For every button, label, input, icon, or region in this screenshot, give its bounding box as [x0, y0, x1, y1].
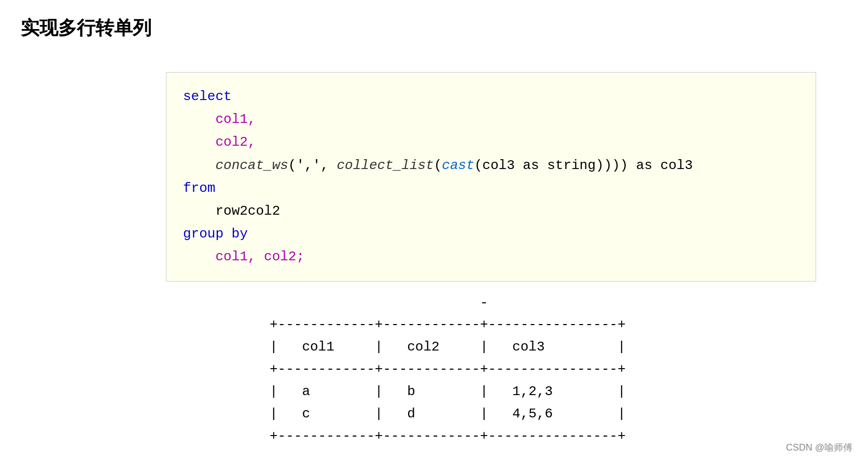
cast-func: cast	[442, 158, 474, 173]
code-line-4: concat_ws(',', collect_list(cast(col3 as…	[183, 154, 799, 177]
code-line-2: col1,	[183, 108, 799, 131]
code-line-6: row2col2	[183, 200, 799, 222]
result-line-7: +------------+------------+-------------…	[270, 425, 847, 447]
keyword-groupby: group by	[183, 226, 248, 242]
groupby-cols: col1, col2;	[215, 249, 304, 264]
code-line-8: col1, col2;	[183, 245, 799, 268]
collect-list-func: collect_list	[337, 158, 433, 173]
result-line-4: +------------+------------+-------------…	[270, 358, 847, 381]
table-name: row2col2	[215, 203, 280, 219]
result-table: - +------------+------------+-----------…	[270, 292, 847, 447]
result-line-2: +------------+------------+-------------…	[270, 314, 847, 336]
code-line-1: select	[183, 85, 799, 108]
col1-text: col1,	[215, 111, 256, 127]
watermark: CSDN @喻师傅	[786, 441, 852, 454]
code-block: select col1, col2, concat_ws(',', collec…	[166, 72, 816, 282]
code-line-7: group by	[183, 222, 799, 245]
code-line-5: from	[183, 177, 799, 200]
page-title: 实现多行转单列	[21, 16, 847, 41]
result-line-3: | col1 | col2 | col3 |	[270, 336, 847, 358]
result-line-6: | c | d | 4,5,6 |	[270, 403, 847, 425]
result-line-5: | a | b | 1,2,3 |	[270, 381, 847, 403]
concat-ws-func: concat_ws	[215, 158, 288, 173]
keyword-select: select	[183, 89, 232, 104]
code-line-3: col2,	[183, 131, 799, 153]
col2-text: col2,	[215, 134, 256, 150]
keyword-from: from	[183, 180, 215, 196]
result-line-1: -	[270, 292, 847, 314]
